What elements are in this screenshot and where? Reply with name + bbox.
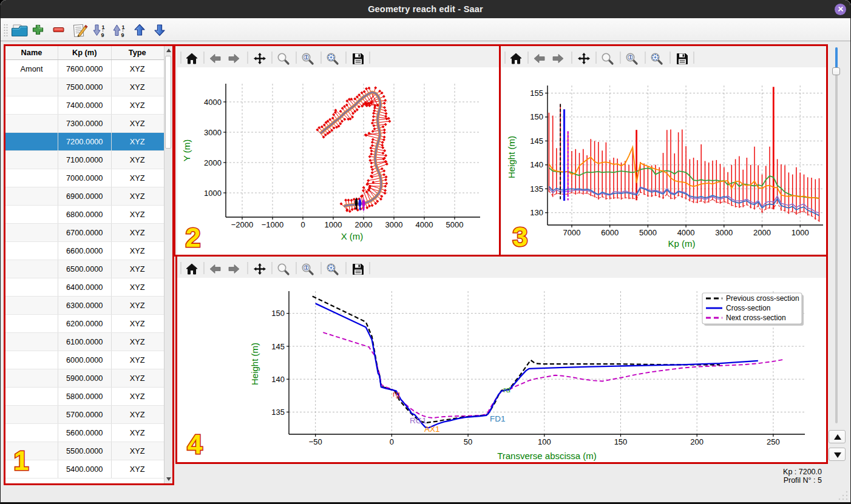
svg-text:1: 1 <box>102 24 105 30</box>
svg-text:4: 4 <box>187 429 202 459</box>
svg-text:2000: 2000 <box>355 220 373 229</box>
svg-text:9: 9 <box>121 32 124 38</box>
svg-text:140: 140 <box>530 160 543 169</box>
svg-text:155: 155 <box>530 89 543 98</box>
svg-text:1: 1 <box>305 55 308 60</box>
svg-text:145: 145 <box>271 342 285 351</box>
svg-text:130: 130 <box>530 208 543 217</box>
svg-text:1: 1 <box>122 24 125 30</box>
svg-text:Transverse abscissa (m): Transverse abscissa (m) <box>497 451 597 461</box>
svg-text:−1000: −1000 <box>262 220 284 229</box>
svg-text:2000: 2000 <box>204 158 222 167</box>
svg-text:Cross-section: Cross-section <box>726 304 770 312</box>
svg-text:7000: 7000 <box>563 228 581 237</box>
svg-text:150: 150 <box>530 112 543 121</box>
svg-text:X (m): X (m) <box>341 231 364 241</box>
svg-text:140: 140 <box>271 375 285 384</box>
svg-text:2: 2 <box>185 223 200 252</box>
svg-text:200: 200 <box>690 437 704 446</box>
svg-text:Y (m): Y (m) <box>181 139 192 161</box>
svg-text:4000: 4000 <box>416 220 433 229</box>
svg-text:250: 250 <box>767 437 780 446</box>
svg-text:1: 1 <box>629 55 632 60</box>
svg-text:135: 135 <box>271 408 285 417</box>
svg-text:AX1: AX1 <box>424 425 440 434</box>
svg-text:4000: 4000 <box>677 228 695 237</box>
svg-text:3000: 3000 <box>715 228 733 237</box>
svg-text:1000: 1000 <box>204 189 222 198</box>
svg-text:Previous cross-section: Previous cross-section <box>726 294 799 303</box>
svg-text:2000: 2000 <box>753 228 771 237</box>
svg-text:FD1: FD1 <box>490 414 506 423</box>
svg-text:4000: 4000 <box>204 98 222 107</box>
svg-text:9: 9 <box>101 32 104 38</box>
svg-text:135: 135 <box>530 184 543 193</box>
svg-text:1000: 1000 <box>792 228 809 237</box>
svg-text:−2000: −2000 <box>231 220 254 229</box>
svg-text:50: 50 <box>464 437 472 446</box>
svg-text:−50: −50 <box>309 437 322 446</box>
svg-text:100: 100 <box>538 437 551 446</box>
svg-text:1: 1 <box>13 446 29 475</box>
svg-text:3000: 3000 <box>385 220 403 229</box>
svg-text:3: 3 <box>512 222 527 251</box>
svg-text:145: 145 <box>530 136 543 146</box>
svg-text:1000: 1000 <box>325 220 342 229</box>
svg-text:5000: 5000 <box>639 228 657 237</box>
svg-text:0: 0 <box>300 220 305 229</box>
svg-text:Height (m): Height (m) <box>249 343 260 385</box>
svg-text:6000: 6000 <box>601 228 619 237</box>
svg-text:Kp (m): Kp (m) <box>668 238 696 249</box>
svg-text:150: 150 <box>614 437 628 446</box>
svg-text:150: 150 <box>271 309 285 318</box>
svg-text:0: 0 <box>390 437 394 446</box>
svg-text:Height (m): Height (m) <box>506 136 517 178</box>
svg-text:3000: 3000 <box>204 128 222 137</box>
svg-text:5000: 5000 <box>446 220 464 229</box>
svg-text:RG1: RG1 <box>410 416 427 425</box>
svg-text:rd: rd <box>503 385 510 394</box>
svg-text:rg: rg <box>393 389 400 398</box>
svg-text:1: 1 <box>305 265 308 270</box>
svg-text:Next cross-section: Next cross-section <box>726 314 786 322</box>
